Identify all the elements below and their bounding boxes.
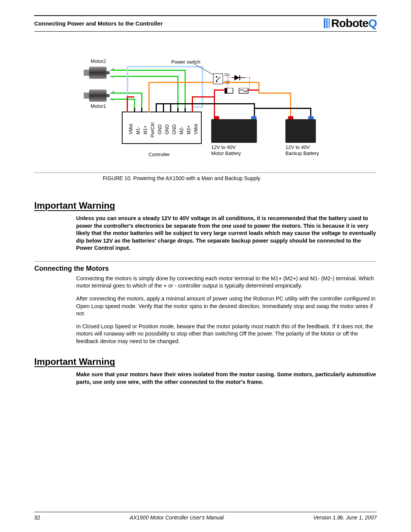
batt1-l: Motor Battery	[211, 150, 241, 156]
controller-label: Controller	[148, 152, 170, 157]
diode-icon	[232, 74, 245, 81]
motor-battery-icon	[211, 119, 257, 143]
svg-rect-13	[225, 88, 227, 93]
pin-m2minus: M2-	[179, 126, 184, 134]
warning2-body: Make sure that your motors have their wi…	[76, 371, 377, 386]
footer-center: AX1500 Motor Controller User's Manual	[130, 514, 224, 521]
svg-rect-4	[89, 89, 107, 102]
sw-on: On	[225, 73, 229, 77]
svg-rect-0	[84, 70, 89, 76]
pin-pwrctrl: PwrCtrl	[150, 123, 155, 137]
brand-logo: RoboteQ	[324, 17, 377, 30]
logo-bars-icon	[324, 18, 330, 28]
power-switch-icon	[213, 73, 223, 84]
warning1-body: Unless you can ensure a steady 12V to 40…	[76, 215, 377, 252]
pin-vmot-r: VMot	[193, 124, 199, 134]
svg-line-6	[194, 64, 213, 75]
batt2-l: Backup Battery	[285, 150, 319, 156]
pin-gnd2: GND	[164, 124, 170, 134]
page-number: 32	[34, 514, 40, 521]
svg-point-7	[216, 76, 217, 78]
svg-rect-3	[84, 93, 89, 99]
pin-gnd1: GND	[157, 124, 162, 134]
batt2-v: 12V to 40V	[285, 144, 310, 150]
figure-caption: FIGURE 10. Powering the AX1500 with a Ma…	[103, 173, 260, 181]
header-title: Connecting Power and Motors to the Contr…	[34, 20, 163, 27]
pin-gnd3: GND	[172, 124, 177, 134]
pin-vmot-l: VMot	[128, 124, 134, 134]
body-p3: In Closed Loop Speed or Position mode, b…	[76, 323, 377, 345]
body-p2: After connecting the motors, apply a min…	[76, 295, 377, 318]
motor1-label: Motor1	[91, 103, 106, 109]
batt1-v: 12V to 40V	[211, 144, 236, 150]
svg-rect-1	[89, 67, 107, 79]
motor2-icon	[84, 66, 110, 80]
warning1-heading: Important Warning	[34, 200, 377, 211]
footer-right: Version 1.9b. June 1, 2007	[313, 514, 377, 521]
svg-rect-5	[107, 94, 110, 97]
svg-point-8	[216, 81, 217, 82]
body-p1: Connecting the motors is simply done by …	[76, 275, 377, 290]
pin-m1plus: M1+	[143, 125, 148, 134]
motor1-icon	[84, 89, 110, 102]
warning2-heading: Important Warning	[34, 356, 377, 367]
wiring-diagram: Motor2 Motor1 + - + - Controller VMot M1…	[34, 58, 377, 173]
section-heading: Connecting the Motors	[34, 261, 377, 273]
pin-m2plus: M2+	[186, 125, 191, 134]
pin-m1minus: M1-	[135, 126, 141, 134]
motor2-label: Motor2	[91, 58, 106, 64]
svg-rect-2	[107, 71, 110, 74]
backup-battery-icon	[285, 119, 316, 143]
